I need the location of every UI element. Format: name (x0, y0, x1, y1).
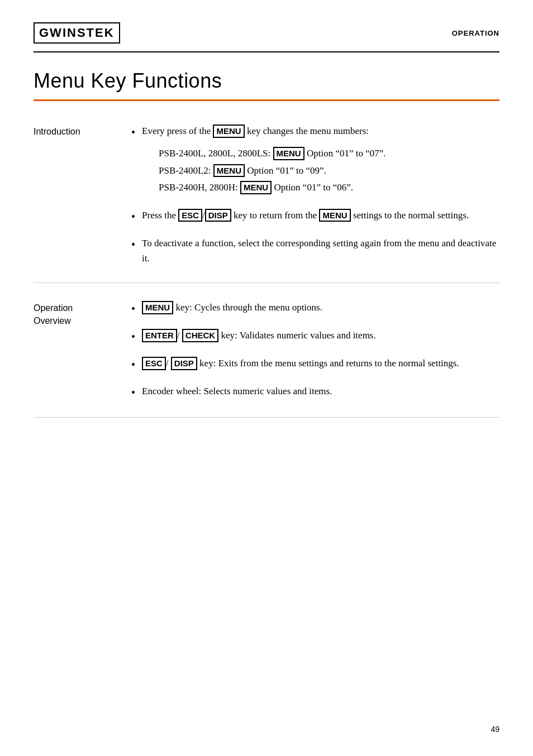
menu-key-intro2: MENU (319, 209, 350, 222)
bullet-text: ESC/ DISP key: Exits from the menu setti… (142, 356, 499, 371)
operation-overview-section: OperationOverview • MENU key: Cycles thr… (34, 300, 499, 418)
list-item: • To deactivate a function, select the c… (131, 236, 499, 266)
enter-key: ENTER (142, 329, 177, 342)
bullet-dot: • (131, 385, 135, 400)
text-end: settings to the normal settings. (351, 210, 469, 221)
section-label-header: OPERATION (452, 29, 499, 37)
text-before-key: Every press of the (142, 126, 213, 136)
model-block: PSB-2400L, 2800L, 2800LS: MENU Option “0… (159, 145, 499, 197)
menu-key-op1: MENU (142, 301, 173, 314)
text-prefix: Press the (142, 210, 178, 221)
introduction-section: Introduction • Every press of the MENU k… (34, 123, 499, 283)
header-divider (34, 51, 499, 52)
bullet-text: ENTER/ CHECK key: Validates numeric valu… (142, 328, 499, 343)
introduction-label: Introduction (34, 123, 131, 266)
separator: / (177, 330, 182, 341)
list-item: • Every press of the MENU key changes th… (131, 123, 499, 197)
text-mid: key to return from the (231, 210, 320, 221)
operation-overview-content: • MENU key: Cycles through the menu opti… (131, 300, 499, 400)
page-title: Menu Key Functions (34, 69, 499, 93)
list-item: • MENU key: Cycles through the menu opti… (131, 300, 499, 317)
disp-key: DISP (205, 209, 231, 222)
model-line-2: PSB-2400L2: MENU Option “01” to “09”. (159, 162, 499, 180)
list-item: • Encoder wheel: Selects numeric values … (131, 384, 499, 400)
menu-key-model3: MENU (240, 181, 272, 194)
company-logo: GWINSTEK (34, 22, 120, 44)
bullet-text: Every press of the MENU key changes the … (142, 123, 499, 197)
bullet-text: Press the ESC/DISP key to return from th… (142, 208, 499, 223)
bullet-dot: • (131, 209, 135, 224)
logo-text: GWINSTEK (39, 26, 115, 40)
separator: / (166, 358, 171, 369)
check-key: CHECK (182, 329, 218, 342)
menu-key-model1: MENU (273, 147, 304, 160)
bullet-text: Encoder wheel: Selects numeric values an… (142, 384, 499, 399)
list-item: • ENTER/ CHECK key: Validates numeric va… (131, 328, 499, 344)
text-after: key: Exits from the menu settings and re… (197, 358, 459, 369)
text-after: key: Cycles through the menu options. (173, 302, 322, 313)
introduction-content: • Every press of the MENU key changes th… (131, 123, 499, 266)
list-item: • ESC/ DISP key: Exits from the menu set… (131, 356, 499, 372)
page-header: GWINSTEK OPERATION (34, 22, 499, 47)
disp-key-op: DISP (171, 357, 197, 370)
menu-key: MENU (213, 125, 244, 138)
esc-key: ESC (178, 209, 202, 222)
operation-overview-label: OperationOverview (34, 300, 131, 400)
bullet-text: To deactivate a function, select the cor… (142, 236, 499, 266)
model-line-3: PSB-2400H, 2800H: MENU Option “01” to “0… (159, 179, 499, 197)
bullet-text: MENU key: Cycles through the menu option… (142, 300, 499, 315)
menu-key-model2: MENU (213, 164, 245, 178)
title-divider (34, 99, 499, 101)
bullet-dot: • (131, 237, 135, 252)
introduction-bullets: • Every press of the MENU key changes th… (131, 123, 499, 266)
text-after: key: Validates numeric values and items. (218, 330, 376, 341)
bullet-dot: • (131, 357, 135, 372)
list-item: • Press the ESC/DISP key to return from … (131, 208, 499, 224)
bullet-dot: • (131, 329, 135, 344)
bullet-dot: • (131, 125, 135, 140)
bullet-dot: • (131, 301, 135, 317)
model-line-1: PSB-2400L, 2800L, 2800LS: MENU Option “0… (159, 145, 499, 162)
esc-key-op: ESC (142, 357, 166, 370)
operation-bullets: • MENU key: Cycles through the menu opti… (131, 300, 499, 400)
text-after-key: key changes the menu numbers: (245, 126, 369, 136)
page-number: 49 (491, 725, 499, 734)
page-container: GWINSTEK OPERATION Menu Key Functions In… (0, 0, 533, 756)
